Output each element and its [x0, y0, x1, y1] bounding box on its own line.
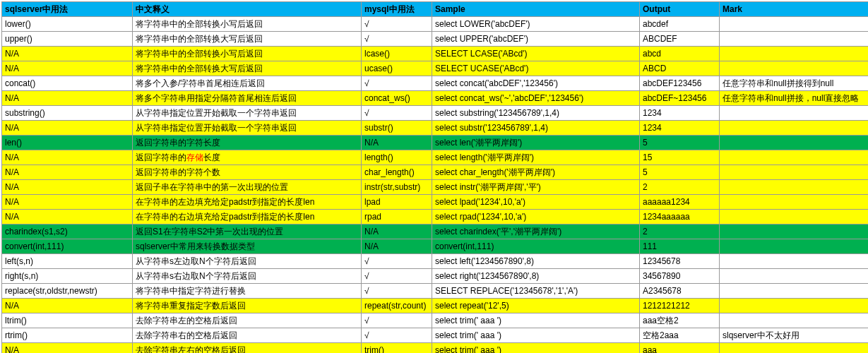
- cell: aaa: [640, 343, 720, 354]
- table-row: N/A去除字符串左右的空格后返回trim()select trim(' aaa …: [2, 343, 869, 354]
- header-0: sqlserver中用法: [2, 2, 133, 17]
- cell: [720, 17, 869, 32]
- cell: [720, 106, 869, 121]
- cell: √: [362, 106, 432, 121]
- cell: convert(int,111): [2, 239, 133, 254]
- cell: 将字符串中的全部转换小写后返回: [133, 47, 362, 61]
- cell: [720, 225, 869, 239]
- table-row: replace(str,oldstr,newstr)将字符串中指定字符进行替换√…: [2, 284, 869, 299]
- cell: N/A: [2, 61, 133, 76]
- cell: [720, 269, 869, 284]
- header-5: Mark: [720, 2, 869, 17]
- cell: [720, 195, 869, 210]
- table-row: N/A返回字符串的存储长度length()select length('潮平两岸…: [2, 150, 869, 165]
- cell: select right('1234567890',8): [432, 269, 640, 284]
- cell: SELECT UCASE('ABcd'): [432, 61, 640, 76]
- cell: N/A: [362, 225, 432, 239]
- cell: right(s,n): [2, 269, 133, 284]
- table-row: right(s,n)从字符串s右边取N个字符后返回√select right('…: [2, 269, 869, 284]
- cell: concat_ws(): [362, 91, 432, 106]
- cell: 返回字符串的字符个数: [133, 165, 362, 180]
- cell: SELECT LCASE('ABcd'): [432, 47, 640, 61]
- cell: concat(): [2, 76, 133, 91]
- table-row: substring()从字符串指定位置开始截取一个字符串返回√select su…: [2, 106, 869, 121]
- cell: abcd: [640, 47, 720, 61]
- cell: select concat_ws('~','abcDEF','123456'): [432, 91, 640, 106]
- cell: ucase(): [362, 61, 432, 76]
- cell: ABCDEF: [640, 32, 720, 47]
- table-row: charindex(s1,s2)返回S1在字符串S2中第一次出现的位置N/Ase…: [2, 225, 869, 239]
- cell: [720, 299, 869, 313]
- cell: 去除字符串左的空格后返回: [133, 313, 362, 328]
- cell: N/A: [2, 150, 133, 165]
- cell: instr(str,substr): [362, 180, 432, 195]
- function-table: sqlserver中用法中文释义mysql中用法SampleOutputMark…: [1, 1, 868, 353]
- cell: √: [362, 254, 432, 269]
- cell: [720, 121, 869, 136]
- cell: [720, 239, 869, 254]
- cell: √: [362, 284, 432, 299]
- cell: select length('潮平两岸阔'): [432, 150, 640, 165]
- table-row: left(s,n)从字符串s左边取N个字符后返回√select left('12…: [2, 254, 869, 269]
- cell: 从字符串指定位置开始截取一个字符串返回: [133, 121, 362, 136]
- cell: select trim(' aaa '): [432, 328, 640, 343]
- cell: [720, 136, 869, 150]
- cell: abcdef: [640, 17, 720, 32]
- cell: [720, 165, 869, 180]
- cell: abcDEF~123456: [640, 91, 720, 106]
- cell: substr(): [362, 121, 432, 136]
- cell: select trim(' aaa '): [432, 343, 640, 354]
- table-row: N/A在字符串的右边填充给定padstr到指定的长度lenrpadselect …: [2, 210, 869, 225]
- cell: select instr('潮平两岸阔','平'): [432, 180, 640, 195]
- cell: N/A: [362, 239, 432, 254]
- cell: lower(): [2, 17, 133, 32]
- cell: upper(): [2, 32, 133, 47]
- table-row: rtrim()去除字符串右的空格后返回√select trim(' aaa ')…: [2, 328, 869, 343]
- cell: 2: [640, 225, 720, 239]
- cell: N/A: [2, 343, 133, 354]
- cell: 去除字符串右的空格后返回: [133, 328, 362, 343]
- cell: 34567890: [640, 269, 720, 284]
- table-row: convert(int,111)sqlserver中常用来转换数据类型N/Aco…: [2, 239, 869, 254]
- cell: 将字符串中指定字符进行替换: [133, 284, 362, 299]
- cell: lcase(): [362, 47, 432, 61]
- cell: select repeat('12',5): [432, 299, 640, 313]
- cell: aaaaaa1234: [640, 195, 720, 210]
- cell: [720, 180, 869, 195]
- header-4: Output: [640, 2, 720, 17]
- header-row: sqlserver中用法中文释义mysql中用法SampleOutputMark: [2, 2, 869, 17]
- cell: select trim(' aaa '): [432, 313, 640, 328]
- table-row: N/A从字符串指定位置开始截取一个字符串返回substr()select sub…: [2, 121, 869, 136]
- cell: 任意字符串和null拼接得到null: [720, 76, 869, 91]
- cell: select rpad('1234',10,'a'): [432, 210, 640, 225]
- cell: left(s,n): [2, 254, 133, 269]
- cell: sqlserver中常用来转换数据类型: [133, 239, 362, 254]
- cell: SELECT REPLACE('12345678','1','A'): [432, 284, 640, 299]
- cell: [720, 32, 869, 47]
- table-row: N/A返回字符串的字符个数char_length()select char_le…: [2, 165, 869, 180]
- cell: select LOWER('abcDEF'): [432, 17, 640, 32]
- cell: trim(): [362, 343, 432, 354]
- cell: [720, 150, 869, 165]
- cell: [720, 210, 869, 225]
- cell: 从字符串指定位置开始截取一个字符串返回: [133, 106, 362, 121]
- cell: 空格2aaa: [640, 328, 720, 343]
- cell: [720, 284, 869, 299]
- cell: A2345678: [640, 284, 720, 299]
- cell: N/A: [2, 165, 133, 180]
- cell: 2: [640, 180, 720, 195]
- cell: 将字符串中的全部转换小写后返回: [133, 17, 362, 32]
- cell: 从字符串s左边取N个字符后返回: [133, 254, 362, 269]
- cell: select UPPER('abcDEF'): [432, 32, 640, 47]
- cell: length(): [362, 150, 432, 165]
- table-row: len()返回字符串的字符长度N/Aselect len('潮平两岸阔')5: [2, 136, 869, 150]
- cell: 将多个字符串用指定分隔符首尾相连后返回: [133, 91, 362, 106]
- cell: 将字符串中的全部转换大写后返回: [133, 32, 362, 47]
- cell: 5: [640, 165, 720, 180]
- cell: convert(int,111): [432, 239, 640, 254]
- cell: 5: [640, 136, 720, 150]
- cell: 12345678: [640, 254, 720, 269]
- header-2: mysql中用法: [362, 2, 432, 17]
- cell: replace(str,oldstr,newstr): [2, 284, 133, 299]
- cell: [720, 343, 869, 354]
